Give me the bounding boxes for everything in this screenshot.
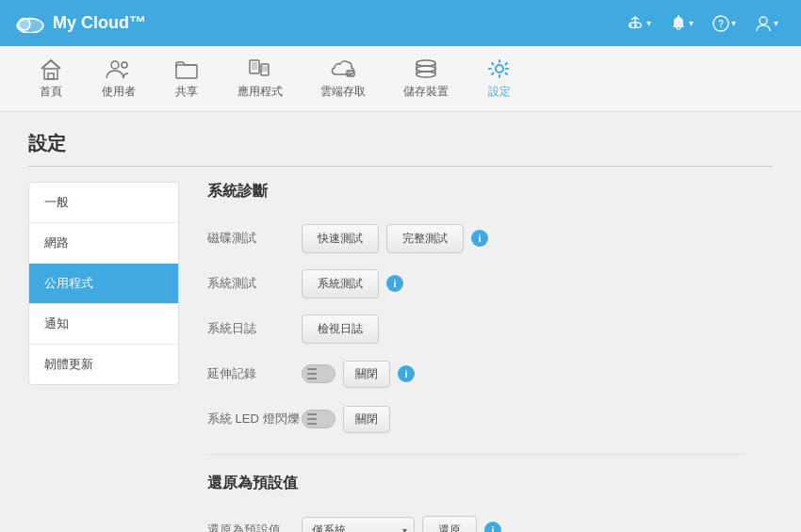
svg-rect-5	[634, 24, 637, 26]
restore-row: 還原為預設值 僅系統 完整還原 ▾ 還原 i	[207, 514, 744, 532]
led-blink-toggle-track[interactable]	[302, 410, 335, 428]
disk-test-info-icon[interactable]: i	[471, 230, 488, 247]
ext-record-info-icon[interactable]: i	[398, 365, 415, 382]
page-content: 設定 一般 網路 公用程式 通知 韌體更新 系統診斷 磁碟測試 快速測試 完整測…	[0, 112, 801, 532]
full-test-button[interactable]: 完整測試	[386, 224, 464, 253]
led-blink-controls: 關閉	[302, 406, 390, 433]
system-test-label: 系統測試	[207, 275, 302, 292]
sidebar-item-firmware[interactable]: 韌體更新	[29, 345, 178, 384]
usb-button[interactable]: ▾	[618, 12, 659, 35]
svg-rect-14	[176, 65, 197, 78]
ext-record-toggle-track[interactable]	[302, 364, 335, 383]
home-icon	[38, 57, 64, 80]
disk-test-row: 磁碟測試 快速測試 完整測試 i	[207, 222, 744, 254]
help-icon: ?	[712, 15, 729, 32]
led-blink-toggle[interactable]	[302, 410, 335, 428]
main-content: 系統診斷 磁碟測試 快速測試 完整測試 i 系統測試 系統測試 i	[179, 182, 773, 532]
sidebar-item-utilities[interactable]: 公用程式	[29, 264, 178, 304]
usb-icon	[626, 16, 645, 31]
settings-icon	[486, 57, 513, 80]
restore-dropdown[interactable]: 僅系統 完整還原	[302, 517, 415, 532]
content-area: 一般 網路 公用程式 通知 韌體更新 系統診斷 磁碟測試 快速測試 完整測試 i…	[28, 182, 773, 532]
restore-controls: 僅系統 完整還原 ▾ 還原 i	[302, 516, 501, 533]
nav-label-share: 共享	[175, 84, 198, 100]
ext-record-toggle-lines	[302, 364, 321, 383]
nav-item-share[interactable]: 共享	[155, 50, 219, 107]
restore-select-wrapper: 僅系統 完整還原 ▾	[302, 517, 415, 532]
svg-point-25	[496, 65, 503, 73]
sidebar: 一般 網路 公用程式 通知 韌體更新	[28, 182, 179, 385]
section-divider	[207, 454, 744, 455]
led-blink-row: 系統 LED 燈閃爍 關閉	[207, 403, 744, 435]
nav-label-cloud: 雲端存取	[320, 84, 366, 100]
svg-rect-18	[262, 66, 268, 72]
user-icon	[755, 15, 772, 32]
navbar: 首頁 使用者 共享 應用程式	[0, 46, 801, 112]
storage-icon	[412, 57, 440, 80]
disk-test-controls: 快速測試 完整測試 i	[302, 224, 488, 253]
cloud-icon	[328, 57, 358, 80]
svg-rect-16	[252, 62, 257, 70]
system-test-info-icon[interactable]: i	[386, 275, 403, 292]
system-test-row: 系統測試 系統測試 i	[207, 267, 744, 299]
restore-info-icon[interactable]: i	[484, 522, 501, 532]
svg-text:?: ?	[718, 19, 724, 29]
ext-record-row: 延伸記錄 關閉 i	[207, 358, 744, 390]
svg-point-12	[111, 61, 119, 69]
svg-point-24	[417, 72, 435, 77]
disk-test-label: 磁碟測試	[207, 230, 302, 247]
app-title: My Cloud™	[53, 13, 146, 33]
led-blink-toggle-lines	[302, 410, 321, 428]
restore-button[interactable]: 還原	[422, 516, 477, 533]
system-log-controls: 檢視日誌	[302, 314, 379, 344]
nav-item-users[interactable]: 使用者	[83, 50, 155, 107]
diagnostics-title: 系統診斷	[207, 182, 744, 207]
ext-record-controls: 關閉 i	[302, 361, 415, 388]
svg-point-23	[417, 66, 435, 72]
system-log-row: 系統日誌 檢視日誌	[207, 313, 744, 345]
svg-point-22	[417, 60, 435, 66]
header: My Cloud™ ▾ ▾ ? ▾	[0, 0, 801, 46]
system-test-button[interactable]: 系統測試	[302, 269, 379, 298]
system-log-label: 系統日誌	[207, 320, 302, 337]
user-chevron: ▾	[774, 18, 778, 28]
nav-item-apps[interactable]: 應用程式	[219, 50, 302, 107]
ext-record-label: 延伸記錄	[207, 365, 302, 382]
nav-label-users: 使用者	[102, 84, 136, 100]
nav-item-home[interactable]: 首頁	[19, 50, 83, 107]
users-icon	[104, 57, 134, 80]
header-actions: ▾ ▾ ? ▾ ▾	[618, 11, 786, 36]
sidebar-item-network[interactable]: 網路	[29, 223, 178, 264]
sidebar-item-general[interactable]: 一般	[29, 183, 178, 223]
bell-icon	[670, 15, 687, 32]
user-button[interactable]: ▾	[747, 11, 786, 36]
page-title: 設定	[28, 131, 773, 167]
apps-icon	[246, 57, 274, 80]
nav-item-storage[interactable]: 儲存裝置	[384, 50, 467, 107]
svg-point-9	[760, 17, 767, 24]
view-log-button[interactable]: 檢視日誌	[302, 314, 379, 344]
sidebar-item-notification[interactable]: 通知	[29, 304, 178, 345]
quick-test-button[interactable]: 快速測試	[302, 224, 379, 253]
ext-record-toggle[interactable]	[302, 364, 335, 383]
svg-point-13	[122, 62, 127, 68]
bell-button[interactable]: ▾	[662, 11, 701, 36]
nav-item-cloud[interactable]: 雲端存取	[302, 50, 384, 107]
usb-chevron: ▾	[646, 18, 651, 28]
nav-item-settings[interactable]: 設定	[467, 50, 531, 107]
nav-label-settings: 設定	[488, 84, 511, 100]
share-icon	[173, 57, 200, 80]
led-blink-toggle-button[interactable]: 關閉	[343, 406, 390, 433]
nav-label-storage: 儲存裝置	[403, 84, 449, 100]
cloud-logo-icon	[15, 14, 45, 33]
restore-title: 還原為預設值	[207, 474, 744, 499]
system-test-controls: 系統測試 i	[302, 269, 403, 298]
ext-record-toggle-button[interactable]: 關閉	[343, 361, 390, 388]
svg-rect-11	[48, 73, 54, 79]
svg-point-4	[629, 24, 632, 26]
help-button[interactable]: ? ▾	[705, 11, 744, 36]
header-logo: My Cloud™	[15, 13, 618, 33]
help-chevron: ▾	[731, 18, 736, 28]
nav-label-apps: 應用程式	[237, 84, 283, 100]
restore-label: 還原為預設值	[207, 522, 302, 532]
